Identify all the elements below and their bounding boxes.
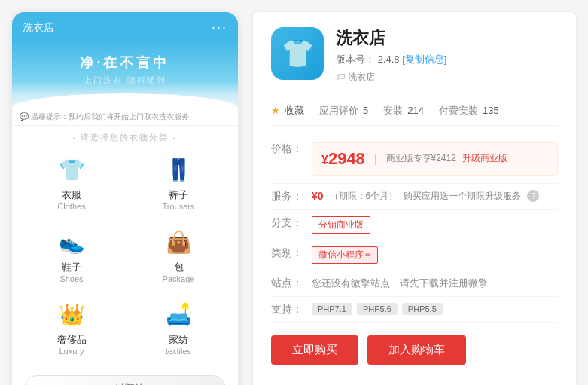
luxury-cn: 奢侈品 [57,333,87,347]
app-icon: 👕 [281,38,315,69]
luxury-icon: 👑 [56,298,87,330]
branch-label: 分支： [271,216,312,230]
branch-content: 分销商业版 [312,216,558,234]
service-help-icon[interactable]: ? [527,190,539,202]
service-period: （期限：6个月） [330,190,398,203]
service-label: 服务： [271,190,312,203]
category-tag[interactable]: 微信小程序 [312,246,378,264]
tag-icon: 🏷 [336,72,345,82]
trousers-icon: 👖 [163,154,194,185]
branch-tag[interactable]: 分销商业版 [312,216,370,234]
luxury-en: Luxury [59,347,84,356]
price-divider: | [374,153,377,165]
service-content: ¥0 （期限：6个月） 购买应用送一个期限升级服务 ? [312,190,558,203]
site-content: 您还没有微擎站点，请先下载并注册微擎 [312,277,558,290]
php-version-1: PHP7.1 [312,303,352,315]
app-tag-text: 洗衣店 [348,71,375,84]
star-icon: ★ [271,105,280,116]
paid-label: 付费安装 [439,104,478,118]
phone-panel: 洗衣店 ··· 净·在不言中 上门洗衣 随叫随到 💬 温馨提示：预约后我们将开始… [12,12,238,385]
phone-notice: 💬 温馨提示：预约后我们将开始上门取衣洗衣服务 [12,108,238,126]
shoes-en: Shoes [59,274,83,283]
phone-header: 洗衣店 ··· [12,12,238,40]
category-row: 类别： 微信小程序 [271,240,558,270]
cat-item-trousers[interactable]: 👖 裤子 Trousers [125,146,232,218]
app-stats: ★ 收藏 应用评价 5 安装 214 付费安装 135 [271,96,558,126]
app-header: 👕 洗衣店 版本号： 2.4.8 [复制信息] 🏷 洗衣店 [271,27,558,84]
app-icon-wrap: 👕 [271,27,324,80]
price-vip: 商业版专享¥2412 [386,152,456,165]
textiles-en: textiles [166,347,191,356]
category-label: 类别： [271,246,312,260]
cat-item-package[interactable]: 👜 包 Package [125,218,232,291]
site-row: 站点： 您还没有微擎站点，请先下载并注册微擎 [271,270,558,297]
shoes-icon: 👟 [56,226,87,258]
book-button[interactable]: 一键预约 [24,375,226,385]
copy-info-link[interactable]: [复制信息] [402,53,446,65]
more-dots[interactable]: ··· [212,20,227,35]
package-cn: 包 [174,261,184,274]
branch-row: 分支： 分销商业版 [271,210,558,240]
site-text: 您还没有微擎站点，请先下载并注册微擎 [312,277,488,289]
price-upgrade-link[interactable]: 升级商业版 [462,152,507,165]
stat-paid: 付费安装 135 [439,104,499,118]
site-label: 站点： [271,277,312,290]
add-to-cart-button[interactable]: 加入购物车 [367,335,466,365]
main-container: 洗衣店 ··· 净·在不言中 上门洗衣 随叫随到 💬 温馨提示：预约后我们将开始… [12,12,576,385]
price-row: 价格： ¥2948 | 商业版专享¥2412 升级商业版 [271,136,558,184]
app-info: 洗衣店 版本号： 2.4.8 [复制信息] 🏷 洗衣店 [336,27,558,84]
package-icon: 👜 [163,226,194,258]
service-box: ¥0 （期限：6个月） 购买应用送一个期限升级服务 ? [312,190,558,203]
phone-banner: 净·在不言中 上门洗衣 随叫随到 [12,40,238,108]
textiles-icon: 🛋️ [163,298,194,330]
clothes-cn: 衣服 [62,188,81,202]
price-label: 价格： [271,142,312,156]
support-row: 支持： PHP7.1 PHP5.6 PHP5.5 [271,297,558,323]
book-btn-wrap: 一键预约 [12,369,238,385]
tagline-sub: 上门洗衣 随叫随到 [23,75,227,86]
support-label: 支持： [271,303,312,316]
cat-item-shoes[interactable]: 👟 鞋子 Shoes [18,218,125,291]
version-label: 版本号： [336,53,375,65]
price-box: ¥2948 | 商业版专享¥2412 升级商业版 [312,142,558,176]
phone-title: 洗衣店 [23,21,54,35]
shoes-cn: 鞋子 [62,261,81,274]
textiles-cn: 家纺 [169,333,188,347]
paid-count: 135 [483,105,499,116]
version-number: 2.4.8 [378,53,400,65]
tagline-main: 净·在不言中 [23,53,227,72]
support-content: PHP7.1 PHP5.6 PHP5.5 [312,303,558,315]
trousers-en: Trousers [163,202,195,211]
php-badges: PHP7.1 PHP5.6 PHP5.5 [312,303,558,315]
cat-item-clothes[interactable]: 👕 衣服 Clothes [18,146,125,218]
detail-panel: 👕 洗衣店 版本号： 2.4.8 [复制信息] 🏷 洗衣店 ★ 收藏 [253,12,576,385]
service-upgrade: 购买应用送一个期限升级服务 [404,190,521,203]
price-value: 2948 [328,149,365,168]
clothes-en: Clothes [57,202,85,211]
review-count: 5 [363,105,368,116]
stat-collect[interactable]: ★ 收藏 [271,104,304,118]
buy-now-button[interactable]: 立即购买 [271,335,358,365]
category-grid: 👕 衣服 Clothes 👖 裤子 Trousers 👟 鞋子 Shoes 👜 … [12,146,238,369]
stat-install: 安装 214 [383,104,424,118]
cat-item-luxury[interactable]: 👑 奢侈品 Luxury [18,291,125,363]
service-row: 服务： ¥0 （期限：6个月） 购买应用送一个期限升级服务 ? [271,184,558,210]
install-label: 安装 [383,104,403,118]
action-buttons: 立即购买 加入购物车 [271,335,558,365]
clothes-icon: 👕 [56,154,87,185]
review-label: 应用评价 [319,104,358,118]
package-en: Package [163,274,195,283]
app-tag: 🏷 洗衣店 [336,71,375,84]
php-version-2: PHP5.6 [357,303,398,315]
install-count: 214 [407,105,424,116]
collect-label: 收藏 [285,104,304,118]
price-content: ¥2948 | 商业版专享¥2412 升级商业版 [312,142,558,177]
cat-item-textiles[interactable]: 🛋️ 家纺 textiles [125,291,232,363]
category-section-title: - 请选择您的衣物分类 - [12,126,238,146]
php-version-3: PHP5.5 [402,303,443,315]
service-free: ¥0 [312,190,324,202]
app-name: 洗衣店 [336,27,558,50]
price-main: ¥2948 [321,149,365,169]
price-symbol: ¥ [321,154,328,167]
category-content: 微信小程序 [312,246,558,264]
